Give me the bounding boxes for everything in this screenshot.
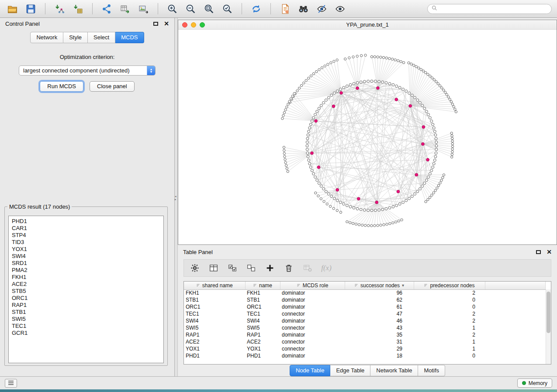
leaf-node[interactable] [356, 55, 358, 57]
ring-node[interactable] [339, 88, 342, 91]
ring-node[interactable] [395, 204, 398, 207]
ring-node[interactable] [343, 203, 345, 205]
leaf-node[interactable] [293, 93, 295, 95]
ring-node[interactable] [405, 90, 408, 93]
tab-node-table[interactable]: Node Table [290, 365, 331, 376]
leaf-node[interactable] [398, 220, 400, 222]
ring-node[interactable] [398, 203, 401, 205]
ring-node[interactable] [312, 117, 315, 119]
dominator-node[interactable] [395, 98, 398, 101]
dominator-node[interactable] [415, 173, 418, 176]
ring-node[interactable] [314, 113, 317, 116]
leaf-node[interactable] [447, 96, 450, 98]
leaf-node[interactable] [284, 155, 286, 158]
leaf-node[interactable] [370, 55, 373, 58]
leaf-node[interactable] [427, 73, 429, 76]
leaf-node[interactable] [336, 59, 338, 61]
ring-node[interactable] [316, 179, 318, 182]
leaf-node[interactable] [355, 223, 357, 225]
mcds-result-item[interactable]: TEC1 [12, 323, 163, 330]
leaf-node[interactable] [450, 132, 453, 134]
ring-node[interactable] [308, 127, 311, 129]
leaf-node[interactable] [364, 224, 366, 227]
mcds-result-item[interactable]: SWI5 [12, 316, 163, 323]
ring-node[interactable] [306, 137, 309, 140]
leaf-node[interactable] [449, 98, 451, 100]
first-neighbors-button[interactable] [296, 2, 311, 15]
mcds-result-item[interactable]: STB1 [12, 309, 163, 316]
leaf-node[interactable] [451, 143, 453, 145]
mcds-result-item[interactable]: RAP1 [12, 302, 163, 309]
mcds-result-item[interactable]: ACE2 [12, 281, 163, 288]
ring-node[interactable] [322, 101, 325, 104]
leaf-node[interactable] [352, 222, 354, 224]
leaf-node[interactable] [432, 192, 435, 194]
ring-node[interactable] [408, 197, 411, 200]
leaf-node[interactable] [333, 60, 335, 62]
ring-node[interactable] [427, 113, 430, 116]
ring-node[interactable] [370, 209, 373, 212]
leaf-node[interactable] [323, 200, 325, 203]
ring-node[interactable] [411, 94, 413, 96]
leaf-node[interactable] [431, 77, 433, 79]
ring-node[interactable] [346, 85, 348, 87]
dominator-node[interactable] [317, 166, 320, 169]
mcds-result-item[interactable]: YOX1 [12, 246, 163, 253]
ring-node[interactable] [336, 199, 339, 202]
ring-node[interactable] [416, 190, 419, 193]
leaf-node[interactable] [284, 158, 286, 161]
ring-node[interactable] [330, 195, 333, 198]
ring-node[interactable] [306, 144, 308, 147]
ring-node[interactable] [327, 96, 330, 99]
leaf-node[interactable] [431, 194, 433, 196]
ring-node[interactable] [385, 207, 387, 210]
leaf-node[interactable] [451, 138, 453, 140]
mcds-result-item[interactable]: STB5 [12, 288, 163, 295]
leaf-node[interactable] [386, 223, 388, 225]
network-canvas[interactable] [178, 30, 557, 244]
table-row[interactable]: FKH1FKH1dominator962 [184, 289, 546, 296]
leaf-node[interactable] [429, 75, 431, 77]
search-input[interactable] [440, 6, 547, 12]
leaf-node[interactable] [286, 106, 288, 108]
ring-node[interactable] [346, 204, 348, 207]
table-row[interactable]: TEC1TEC1connector472 [184, 310, 546, 317]
leaf-node[interactable] [358, 224, 360, 226]
dominator-node[interactable] [340, 91, 343, 94]
mcds-result-item[interactable]: STP4 [12, 232, 163, 239]
table-row[interactable]: PHD1PHD1dominator180 [184, 352, 546, 359]
tab-motifs[interactable]: Motifs [418, 365, 445, 376]
leaf-node[interactable] [420, 69, 422, 71]
leaf-node[interactable] [450, 100, 452, 103]
table-row[interactable]: ACE2ACE2connector311 [184, 338, 546, 345]
leaf-node[interactable] [290, 98, 292, 100]
tab-network[interactable]: Network [30, 32, 63, 43]
ring-node[interactable] [425, 179, 428, 182]
leaf-node[interactable] [454, 108, 456, 110]
search-box[interactable] [427, 4, 552, 14]
table-mode-gear-button[interactable] [189, 262, 201, 274]
tab-style[interactable]: Style [63, 32, 88, 43]
leaf-node[interactable] [451, 156, 453, 158]
ring-node[interactable] [325, 99, 327, 101]
splitter-collapse-icon[interactable]: ◂▸ [175, 195, 176, 201]
ring-node[interactable] [408, 92, 411, 94]
tab-select[interactable]: Select [88, 32, 115, 43]
mcds-result-item[interactable]: SWI4 [12, 253, 163, 260]
leaf-node[interactable] [352, 56, 354, 58]
ring-node[interactable] [333, 197, 336, 200]
leaf-node[interactable] [284, 109, 287, 111]
mcds-result-item[interactable]: ORC1 [12, 295, 163, 302]
leaf-node[interactable] [339, 211, 342, 213]
ring-node[interactable] [339, 201, 342, 204]
leaf-node[interactable] [346, 220, 348, 223]
leaf-node[interactable] [451, 145, 453, 148]
leaf-node[interactable] [288, 100, 291, 103]
ring-node[interactable] [432, 162, 435, 165]
close-panel-button[interactable]: Close panel [90, 81, 135, 92]
zoom-in-button[interactable] [165, 2, 180, 15]
leaf-node[interactable] [434, 189, 436, 192]
leaf-node[interactable] [296, 89, 298, 92]
run-mcds-button[interactable]: Run MCDS [40, 81, 83, 92]
leaf-node[interactable] [287, 103, 289, 105]
